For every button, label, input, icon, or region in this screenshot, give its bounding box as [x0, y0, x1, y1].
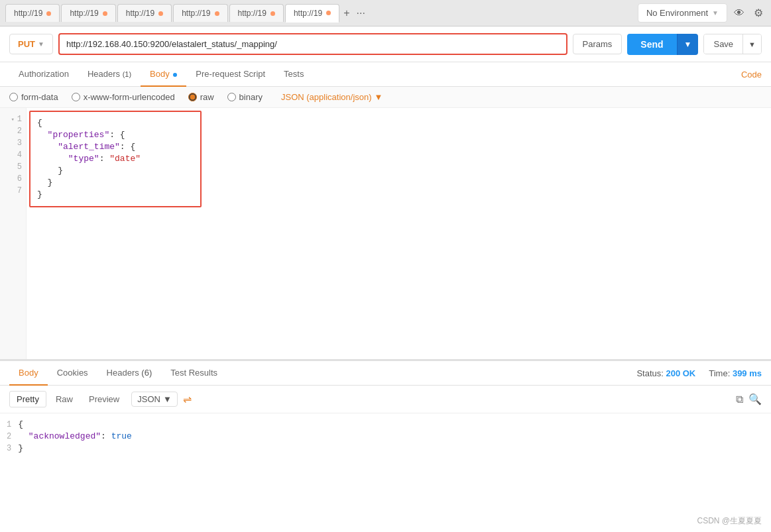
- request-editor: ▾1234567 { "properties": { "alert_time":…: [0, 108, 771, 360]
- request-nav-tabs: AuthorizationHeaders (1)Body Pre-request…: [0, 62, 771, 87]
- json-format-label: JSON: [137, 394, 160, 404]
- nav-tab-pre-request-script[interactable]: Pre-request Script: [186, 62, 274, 87]
- urlencoded-radio[interactable]: [72, 93, 80, 101]
- response-section: BodyCookiesHeaders (6)Test Results Statu…: [0, 360, 771, 460]
- tab-item-1[interactable]: http://19: [61, 4, 115, 22]
- json-type-label: JSON (application/json): [281, 92, 372, 102]
- code-link[interactable]: Code: [741, 70, 762, 80]
- nav-tab-tests[interactable]: Tests: [274, 62, 313, 87]
- env-label: No Environment: [646, 8, 708, 18]
- send-dropdown-button[interactable]: ▼: [677, 34, 699, 55]
- line-number: 4: [4, 149, 22, 161]
- send-group: Send ▼: [627, 34, 698, 55]
- pretty-button[interactable]: Pretty: [9, 391, 46, 407]
- tab-dot: [215, 11, 219, 16]
- urlencoded-option[interactable]: x-www-form-urlencoded: [72, 92, 175, 102]
- tab-item-3[interactable]: http://19: [173, 4, 227, 22]
- status-value: 200 OK: [666, 368, 695, 378]
- tab-dot: [270, 11, 275, 16]
- time-label: Time: 399 ms: [709, 368, 762, 378]
- copy-button[interactable]: ⧉: [736, 393, 743, 405]
- response-tab-cookies[interactable]: Cookies: [48, 361, 97, 386]
- nav-tab-headers[interactable]: Headers (1): [78, 62, 141, 87]
- line-numbers: ▾1234567: [0, 108, 27, 359]
- status-label: Status: 200 OK: [636, 368, 695, 378]
- params-button[interactable]: Params: [573, 34, 623, 54]
- nav-tab-body[interactable]: Body: [141, 62, 186, 87]
- tab-dot-badge: [173, 73, 177, 77]
- tab-actions: No Environment ▼ 👁 ⚙: [638, 3, 766, 23]
- chevron-down-icon: ▼: [375, 92, 383, 102]
- response-tabs: BodyCookiesHeaders (6)Test Results: [9, 361, 227, 385]
- tab-item-2[interactable]: http://19: [117, 4, 172, 22]
- line-number: ▾1: [4, 113, 22, 125]
- tab-dot: [46, 11, 51, 16]
- response-body: 123 { "acknowledged": true }: [0, 413, 771, 460]
- save-group: Save ▼: [703, 34, 762, 54]
- json-type-select[interactable]: JSON (application/json) ▼: [281, 92, 383, 102]
- send-button[interactable]: Send: [627, 34, 676, 55]
- tab-label: http://19: [238, 9, 267, 18]
- method-dropdown[interactable]: PUT ▼: [9, 34, 53, 54]
- badge: (1): [123, 70, 131, 78]
- watermark: CSDN @生夏夏夏: [697, 515, 762, 527]
- tab-dot: [103, 11, 107, 16]
- resp-line-number: 1: [7, 419, 11, 431]
- tab-label: http://19: [294, 9, 322, 18]
- save-button[interactable]: Save: [704, 34, 742, 54]
- tab-label: http://19: [126, 9, 154, 18]
- response-tab-test-results[interactable]: Test Results: [161, 361, 227, 386]
- search-button[interactable]: 🔍: [748, 393, 762, 405]
- wrap-icon[interactable]: ⇌: [183, 393, 192, 405]
- settings-icon-button[interactable]: ⚙: [751, 4, 766, 22]
- badge: (6): [141, 368, 152, 378]
- line-number: 5: [4, 161, 22, 173]
- tab-item-5[interactable]: http://19: [285, 4, 339, 23]
- eye-icon-button[interactable]: 👁: [731, 5, 747, 22]
- add-tab-button[interactable]: +: [341, 5, 352, 22]
- response-header: BodyCookiesHeaders (6)Test Results Statu…: [0, 361, 771, 386]
- response-tab-body[interactable]: Body: [9, 361, 48, 386]
- form-data-label: form-data: [21, 92, 58, 102]
- url-input[interactable]: [58, 33, 567, 55]
- preview-button[interactable]: Preview: [82, 392, 126, 407]
- response-status: Status: 200 OK Time: 399 ms: [636, 368, 762, 378]
- more-tabs-button[interactable]: ···: [354, 5, 368, 22]
- raw-radio[interactable]: [188, 93, 197, 101]
- line-number: 7: [4, 185, 22, 197]
- save-dropdown-button[interactable]: ▼: [742, 34, 761, 54]
- chevron-down-icon: ▼: [712, 9, 719, 17]
- tab-bar: http://19http://19http://19http://19http…: [0, 0, 771, 27]
- method-label: PUT: [18, 39, 35, 49]
- code-editor[interactable]: { "properties": { "alert_time": { "type"…: [29, 111, 202, 207]
- tab-item-0[interactable]: http://19: [5, 4, 60, 22]
- raw-label: raw: [200, 92, 214, 102]
- json-format-select[interactable]: JSON ▼: [131, 392, 178, 407]
- line-number: 6: [4, 173, 22, 185]
- raw-option[interactable]: raw: [188, 92, 214, 102]
- response-code: { "acknowledged": true }: [18, 419, 132, 454]
- chevron-down-icon: ▼: [38, 40, 44, 48]
- tab-item-4[interactable]: http://19: [229, 4, 284, 22]
- tab-dot: [158, 11, 163, 16]
- binary-label: binary: [239, 92, 263, 102]
- response-toolbar: Pretty Raw Preview JSON ▼ ⇌ ⧉ 🔍: [0, 386, 771, 413]
- urlencoded-label: x-www-form-urlencoded: [84, 92, 175, 102]
- binary-radio[interactable]: [227, 93, 236, 101]
- tab-label: http://19: [70, 9, 98, 18]
- line-number: 2: [4, 125, 22, 137]
- chevron-down-icon: ▼: [163, 394, 172, 404]
- tab-label: http://19: [14, 9, 42, 18]
- response-line-numbers: 123: [7, 419, 11, 454]
- form-data-radio[interactable]: [9, 93, 18, 101]
- raw-button[interactable]: Raw: [49, 392, 80, 407]
- body-options: form-data x-www-form-urlencoded raw bina…: [0, 87, 771, 108]
- url-bar: PUT ▼ Params Send ▼ Save ▼: [0, 27, 771, 62]
- tab-dot: [326, 11, 331, 15]
- environment-select[interactable]: No Environment ▼: [638, 3, 727, 23]
- response-tab-headers[interactable]: Headers (6): [97, 361, 162, 386]
- line-number: 3: [4, 137, 22, 149]
- nav-tab-authorization[interactable]: Authorization: [9, 62, 78, 87]
- binary-option[interactable]: binary: [227, 92, 263, 102]
- form-data-option[interactable]: form-data: [9, 92, 58, 102]
